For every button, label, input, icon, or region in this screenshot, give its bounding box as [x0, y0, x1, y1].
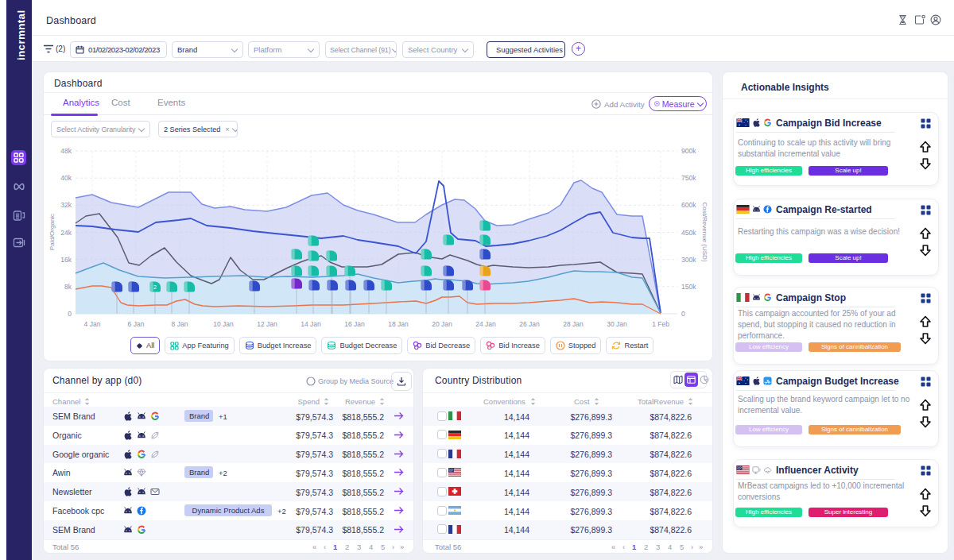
svg-text:48k: 48k — [60, 147, 72, 155]
svg-text:32k: 32k — [60, 201, 72, 209]
svg-text:750k: 750k — [681, 174, 696, 182]
svg-text:4 Jan: 4 Jan — [84, 320, 101, 328]
svg-text:30 Jan: 30 Jan — [607, 320, 627, 328]
svg-text:0: 0 — [68, 310, 72, 318]
svg-text:28 Jan: 28 Jan — [563, 320, 584, 328]
svg-text:900k: 900k — [681, 147, 696, 155]
svg-text:450k: 450k — [681, 229, 696, 237]
svg-text:150k: 150k — [681, 283, 696, 291]
svg-text:0: 0 — [681, 310, 685, 318]
svg-text:26 Jan: 26 Jan — [519, 320, 540, 328]
svg-text:8k: 8k — [64, 283, 72, 291]
svg-text:40k: 40k — [60, 174, 72, 182]
svg-text:1 Feb: 1 Feb — [652, 320, 669, 328]
svg-text:Paid/Organic: Paid/Organic — [48, 214, 56, 250]
svg-text:12 Jan: 12 Jan — [257, 320, 277, 328]
svg-text:8 Jan: 8 Jan — [172, 320, 188, 328]
svg-text:24k: 24k — [60, 229, 72, 237]
svg-text:16 Jan: 16 Jan — [344, 320, 365, 328]
svg-text:Cost/Revenue (USD): Cost/Revenue (USD) — [701, 202, 708, 261]
svg-text:16k: 16k — [60, 256, 72, 264]
svg-text:18 Jan: 18 Jan — [388, 320, 409, 328]
svg-text:2: 2 — [153, 284, 157, 290]
svg-text:14 Jan: 14 Jan — [301, 320, 321, 328]
svg-text:6 Jan: 6 Jan — [128, 320, 145, 328]
svg-text:300k: 300k — [681, 256, 696, 264]
svg-text:24 Jan: 24 Jan — [475, 320, 496, 328]
svg-text:20 Jan: 20 Jan — [432, 320, 452, 328]
svg-text:10 Jan: 10 Jan — [213, 320, 234, 328]
svg-text:600k: 600k — [681, 201, 696, 209]
